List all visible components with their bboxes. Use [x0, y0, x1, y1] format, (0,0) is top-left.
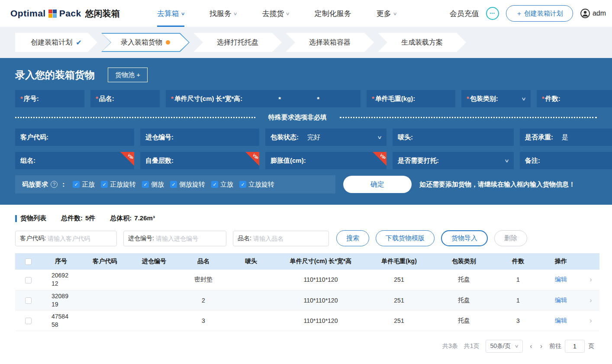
- orientation-side-checkbox[interactable]: ✓ 侧放: [142, 180, 164, 189]
- nav-item-find-service[interactable]: 找服务 ∨: [209, 0, 237, 27]
- product-name-filter[interactable]: 品名:: [233, 231, 329, 246]
- height-input[interactable]: [319, 95, 355, 103]
- search-button[interactable]: 搜索: [336, 230, 369, 246]
- customer-code-filter[interactable]: 客户代码:: [15, 231, 117, 246]
- member-recharge-link[interactable]: 会员充值: [450, 9, 479, 19]
- row-checkbox[interactable]: [25, 297, 32, 304]
- step-select-container[interactable]: 选择装箱容器: [286, 33, 374, 52]
- placement-label: 码放要求: [22, 180, 48, 189]
- nav-item-calc-box[interactable]: 去算箱 ∨: [157, 0, 184, 27]
- row-expand-icon[interactable]: ›: [589, 317, 592, 324]
- unit-weight-input[interactable]: [415, 95, 450, 103]
- nav-item-pickup[interactable]: 去揽货 ∨: [262, 0, 289, 27]
- step-enter-cargo[interactable]: 录入装箱货物: [101, 33, 190, 52]
- unit-size-field[interactable]: *单件尺寸(cm) 长*宽*高: * *: [166, 90, 361, 107]
- row-expand-icon[interactable]: ›: [589, 296, 592, 304]
- orientation-upright-rotate-checkbox[interactable]: ✓ 正放旋转: [101, 180, 136, 189]
- warehouse-no-filter-input[interactable]: [156, 235, 222, 242]
- select-all-checkbox[interactable]: [25, 258, 32, 265]
- product-name-input[interactable]: [114, 95, 155, 103]
- col-header-warehouse: 进仓编号: [129, 253, 180, 270]
- seq-field[interactable]: *序号:: [15, 90, 84, 107]
- remark-input[interactable]: [540, 157, 612, 164]
- pagination-pages: 共1页: [464, 342, 480, 350]
- cell-name: 密封垫: [180, 270, 227, 290]
- customer-code-input[interactable]: [48, 134, 129, 141]
- table-row[interactable]: 2069212 密封垫 110*110*120 251 托盘 1 编辑 ›: [15, 270, 599, 290]
- nav-item-custom-service[interactable]: 定制化服务: [315, 0, 351, 27]
- quantity-input[interactable]: [560, 95, 612, 103]
- shipping-mark-input[interactable]: [413, 134, 509, 141]
- row-checkbox[interactable]: [25, 318, 32, 324]
- need-pallet-select[interactable]: 是否需要打托: ∨: [393, 152, 514, 169]
- seq-input[interactable]: [39, 95, 79, 103]
- brand-logo[interactable]: Optimal Pack 悠闲装箱: [10, 8, 120, 19]
- checkbox-checked-icon: ✓: [101, 181, 108, 188]
- package-type-select[interactable]: *包装类别: ∨: [461, 90, 531, 107]
- length-input[interactable]: [242, 95, 278, 103]
- prev-page-button[interactable]: ‹: [529, 342, 533, 350]
- next-page-button[interactable]: ›: [539, 342, 543, 350]
- shipping-mark-field[interactable]: 唛头:: [393, 129, 514, 146]
- warehouse-no-filter[interactable]: 进仓编号:: [123, 231, 226, 246]
- row-checkbox[interactable]: [25, 277, 32, 283]
- row-expand-icon[interactable]: ›: [589, 276, 592, 283]
- edit-link[interactable]: 编辑: [555, 276, 567, 283]
- nav-item-label: 找服务: [209, 9, 232, 19]
- optional-fields-row-2: 组名: VIP 自叠层数: VIP 膨胀值(cm): VIP 是否需要打托: ∨…: [15, 152, 597, 169]
- import-cargo-button[interactable]: 货物导入: [441, 230, 488, 246]
- customer-code-filter-input[interactable]: [48, 235, 112, 242]
- quantity-field[interactable]: *件数:: [537, 90, 612, 107]
- cargo-pool-button[interactable]: 货物池 +: [108, 68, 148, 82]
- cell-package: 托盘: [432, 310, 496, 331]
- product-name-field[interactable]: *品名:: [90, 90, 160, 107]
- edit-link[interactable]: 编辑: [555, 317, 567, 324]
- goto-page-input[interactable]: [565, 340, 585, 353]
- step-generate-plan[interactable]: 生成装载方案: [378, 33, 466, 52]
- cargo-entry-panel: 录入您的装箱货物 货物池 + *序号: *品名: *单件尺寸(cm) 长*宽*高…: [0, 58, 612, 205]
- load-bearing-select[interactable]: 是否承重: 是 ∨: [520, 129, 612, 146]
- edit-link[interactable]: 编辑: [555, 296, 567, 303]
- total-volume-stat: 总体积: 7.26m³: [110, 214, 155, 222]
- customer-code-field[interactable]: 客户代码:: [15, 129, 134, 146]
- optional-fields-row-1: 客户代码: 进仓编号: 包装状态: 完好 ∨ 唛头: 是否承重: 是 ∨: [15, 129, 597, 146]
- table-row[interactable]: 4758458 3 110*110*120 251 托盘 3 编辑 ›: [15, 310, 599, 331]
- expansion-value-input[interactable]: [306, 157, 381, 164]
- remark-field[interactable]: 备注:: [520, 152, 612, 169]
- self-stack-layers-field[interactable]: 自叠层数: VIP: [140, 152, 259, 169]
- download-template-button[interactable]: 下载货物模版: [376, 230, 435, 246]
- warehouse-no-field[interactable]: 进仓编号:: [140, 129, 259, 146]
- delete-button[interactable]: 删除: [494, 230, 527, 246]
- step-create-plan[interactable]: 创建装箱计划 ✔: [15, 33, 97, 52]
- product-name-filter-input[interactable]: [253, 235, 324, 242]
- package-condition-label: 包装状态:: [271, 133, 299, 142]
- nav-item-more[interactable]: 更多 ∨: [377, 0, 396, 27]
- package-condition-select[interactable]: 包装状态: 完好 ∨: [265, 129, 387, 146]
- group-name-field[interactable]: 组名: VIP: [15, 152, 134, 169]
- orientation-stand-checkbox[interactable]: ✓ 立放: [211, 180, 233, 189]
- total-volume-label: 总体积:: [110, 214, 132, 222]
- warehouse-no-input[interactable]: [174, 134, 254, 141]
- nav-item-label: 定制化服务: [315, 9, 351, 19]
- unit-weight-label: 单件毛重(kg):: [375, 95, 416, 102]
- page-size-select[interactable]: 50条/页 ∨: [486, 340, 523, 353]
- unit-weight-field[interactable]: *单件毛重(kg):: [367, 90, 455, 107]
- create-plan-button[interactable]: ＋ 创建装箱计划: [506, 5, 573, 22]
- cell-seq: 3208919: [52, 292, 71, 309]
- self-stack-layers-input[interactable]: [174, 157, 254, 164]
- width-input[interactable]: [281, 95, 317, 103]
- total-quantity-value: 5件: [85, 214, 95, 222]
- orientation-label: 正放: [82, 180, 95, 189]
- orientation-upright-checkbox[interactable]: ✓ 正放: [73, 180, 95, 189]
- step-active-dot-icon: [166, 40, 170, 45]
- orientation-stand-rotate-checkbox[interactable]: ✓ 立放旋转: [239, 180, 274, 189]
- confirm-button[interactable]: 确定: [343, 176, 412, 193]
- orientation-side-rotate-checkbox[interactable]: ✓ 侧放旋转: [170, 180, 205, 189]
- help-icon[interactable]: ?: [51, 181, 58, 188]
- chat-icon[interactable]: •••: [486, 7, 499, 20]
- expansion-value-field[interactable]: 膨胀值(cm): VIP: [265, 152, 387, 169]
- user-menu[interactable]: adm: [580, 8, 606, 19]
- group-name-input[interactable]: [35, 157, 129, 164]
- table-row[interactable]: 3208919 2 110*110*120 251 托盘 1 编辑 ›: [15, 290, 599, 310]
- step-select-pallet[interactable]: 选择打托托盘: [193, 33, 282, 52]
